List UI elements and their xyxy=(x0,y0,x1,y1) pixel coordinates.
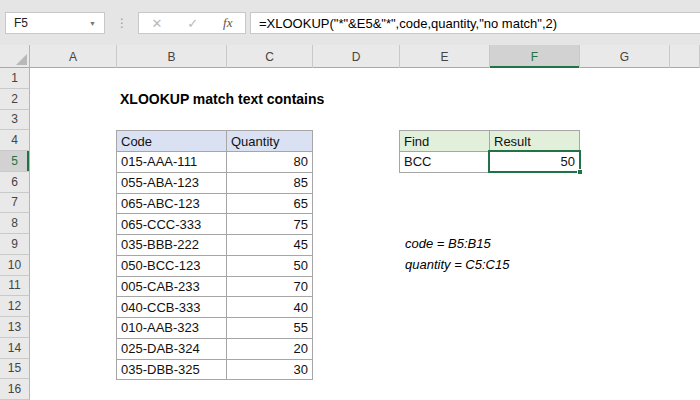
insert-function-icon[interactable]: fx xyxy=(223,15,232,31)
separator-dots-icon: ⋮ xyxy=(116,12,128,34)
code-table-cell[interactable]: 065-ABC-123 xyxy=(117,193,227,214)
spreadsheet-grid: ABCDEFG 12345678910111213141516 XLOOKUP … xyxy=(0,45,700,400)
column-header-G[interactable]: G xyxy=(580,45,670,68)
column-header-A[interactable]: A xyxy=(30,45,117,68)
code-table-cell[interactable]: 20 xyxy=(227,338,313,359)
code-table-cell[interactable]: 040-CCB-333 xyxy=(117,297,227,318)
fill-handle[interactable] xyxy=(577,169,583,175)
code-table-cell[interactable]: 80 xyxy=(227,152,313,173)
row-header-9[interactable]: 9 xyxy=(0,234,30,255)
row-header-7[interactable]: 7 xyxy=(0,193,30,214)
row-header-13[interactable]: 13 xyxy=(0,317,30,338)
code-table-row: 010-AAB-32355 xyxy=(117,318,313,339)
code-table-row: 065-CCC-33375 xyxy=(117,214,313,235)
code-table-cell[interactable]: 40 xyxy=(227,297,313,318)
row-header-1[interactable]: 1 xyxy=(0,68,30,89)
code-table-cell[interactable]: 065-CCC-333 xyxy=(117,214,227,235)
row-header-10[interactable]: 10 xyxy=(0,255,30,276)
column-headers: ABCDEFG xyxy=(30,45,700,68)
annotation-quantity-range[interactable]: quantity = C5:C15 xyxy=(405,255,509,276)
annotation-code-range[interactable]: code = B5:B15 xyxy=(405,234,491,255)
code-table-cell[interactable]: 005-CAB-233 xyxy=(117,276,227,297)
row-header-12[interactable]: 12 xyxy=(0,296,30,317)
code-table-header-cell[interactable]: Code xyxy=(117,131,227,152)
code-table-cell[interactable]: 010-AAB-323 xyxy=(117,318,227,339)
excel-window: F5 ▼ ⋮ ✕ ✓ fx =XLOOKUP("*"&E5&"*",code,q… xyxy=(0,0,700,400)
row-header-2[interactable]: 2 xyxy=(0,89,30,110)
code-table-cell[interactable]: 70 xyxy=(227,276,313,297)
row-header-3[interactable]: 3 xyxy=(0,110,30,131)
code-table-header-cell[interactable]: Quantity xyxy=(227,131,313,152)
row-header-5[interactable]: 5 xyxy=(0,151,30,172)
code-table-row: 025-DAB-32420 xyxy=(117,338,313,359)
code-table-cell[interactable]: 015-AAA-111 xyxy=(117,152,227,173)
formula-bar-buttons: ✕ ✓ fx xyxy=(138,12,246,34)
code-table-cell[interactable]: 55 xyxy=(227,318,313,339)
code-table-cell[interactable]: 055-ABA-123 xyxy=(117,172,227,193)
column-header-D[interactable]: D xyxy=(313,45,400,68)
find-table-header-row: FindResult xyxy=(400,131,580,152)
column-header-F[interactable]: F xyxy=(490,45,580,68)
find-table-header-cell[interactable]: Find xyxy=(400,131,490,152)
code-table-cell[interactable]: 85 xyxy=(227,172,313,193)
code-table-cell[interactable]: 035-BBB-222 xyxy=(117,235,227,256)
formula-input[interactable]: =XLOOKUP("*"&E5&"*",code,quantity,"no ma… xyxy=(250,12,700,34)
code-table-row: 050-BCC-12350 xyxy=(117,255,313,276)
code-quantity-table: CodeQuantity015-AAA-11180055-ABA-1238506… xyxy=(116,130,313,380)
enter-icon[interactable]: ✓ xyxy=(187,16,198,31)
code-table-row: 035-DBB-32530 xyxy=(117,359,313,380)
code-table-row: 040-CCB-33340 xyxy=(117,297,313,318)
row-headers: 12345678910111213141516 xyxy=(0,68,30,400)
code-table-row: 065-ABC-12365 xyxy=(117,193,313,214)
find-table-header-cell[interactable]: Result xyxy=(490,131,580,152)
code-table-cell[interactable]: 75 xyxy=(227,214,313,235)
row-header-6[interactable]: 6 xyxy=(0,172,30,193)
formula-bar-row: F5 ▼ ⋮ ✕ ✓ fx =XLOOKUP("*"&E5&"*",code,q… xyxy=(0,0,700,45)
select-all-corner[interactable] xyxy=(0,45,30,68)
code-table-cell[interactable]: 30 xyxy=(227,359,313,380)
name-box-dropdown-icon[interactable]: ▼ xyxy=(89,20,104,27)
grid-body[interactable]: XLOOKUP match text contains CodeQuantity… xyxy=(30,68,700,400)
cancel-icon[interactable]: ✕ xyxy=(151,16,162,31)
name-box-value: F5 xyxy=(6,16,89,30)
code-table-header-row: CodeQuantity xyxy=(117,131,313,152)
code-table-cell[interactable]: 035-DBB-325 xyxy=(117,359,227,380)
column-header-partial[interactable] xyxy=(670,45,700,68)
selected-cell-border[interactable] xyxy=(488,150,581,173)
name-box[interactable]: F5 ▼ xyxy=(5,12,105,34)
code-table-row: 005-CAB-23370 xyxy=(117,276,313,297)
code-table-row: 055-ABA-12385 xyxy=(117,172,313,193)
sheet-title[interactable]: XLOOKUP match text contains xyxy=(120,89,324,110)
row-header-14[interactable]: 14 xyxy=(0,338,30,359)
row-header-15[interactable]: 15 xyxy=(0,359,30,380)
code-table-cell[interactable]: 050-BCC-123 xyxy=(117,255,227,276)
code-table-cell[interactable]: 45 xyxy=(227,235,313,256)
column-header-E[interactable]: E xyxy=(400,45,490,68)
column-header-B[interactable]: B xyxy=(117,45,227,68)
code-table-cell[interactable]: 50 xyxy=(227,255,313,276)
code-table-cell[interactable]: 65 xyxy=(227,193,313,214)
select-all-triangle-icon xyxy=(16,54,27,65)
code-table-row: 015-AAA-11180 xyxy=(117,152,313,173)
find-table-cell[interactable]: BCC xyxy=(400,152,490,173)
code-table-row: 035-BBB-22245 xyxy=(117,235,313,256)
row-header-11[interactable]: 11 xyxy=(0,276,30,297)
row-header-16[interactable]: 16 xyxy=(0,379,30,400)
code-table-cell[interactable]: 025-DAB-324 xyxy=(117,338,227,359)
row-header-4[interactable]: 4 xyxy=(0,130,30,151)
column-header-C[interactable]: C xyxy=(227,45,313,68)
row-header-8[interactable]: 8 xyxy=(0,213,30,234)
